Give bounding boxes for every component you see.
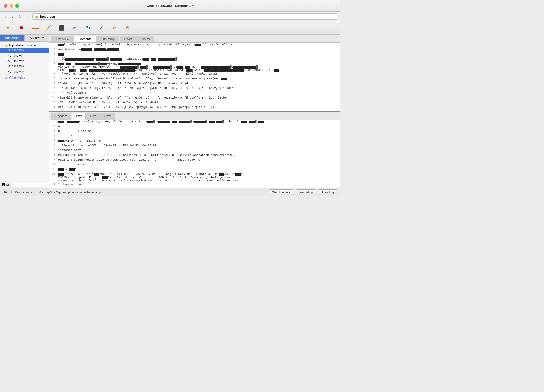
address-field[interactable]: 🔒 baidu.com <box>32 13 337 20</box>
tab-sequence[interactable]: Sequence <box>25 35 49 41</box>
table-row: 11«üGÊJãûï¸ë ±MÓPpO Eð3½¾¼1Y b"2 'Ö'* ''… <box>49 96 340 101</box>
arrow-down-icon: ↓ <box>5 54 7 57</box>
sidebar-item-unknown-5[interactable]: ↑ <unknown> <box>0 69 49 74</box>
sidebar-item-unknown-2[interactable]: ↓ <unknown> <box>0 53 49 58</box>
forward-button[interactable]: › <box>10 14 15 19</box>
table-row: 5████ ████ ████████████████▓3████+(≡)ÚÚ█… <box>49 62 340 72</box>
sidebar-item-baidu[interactable]: ▾ 🔒 https://www.baidu.com <box>0 43 49 48</box>
table-row: 20÷ <box>49 125 340 129</box>
table-row: 9 p6J¡Zãã°½ o~m ï û]V Êõ×°A ïK ·ö ·æ>2 o… <box>49 86 340 91</box>
table-row: 72207050516027 <box>49 148 340 153</box>
tab-notes[interactable]: Notes <box>137 36 154 42</box>
title-bar: Charles 4.6.3b2 - Session 1 * <box>0 0 340 12</box>
sidebar-item-label: https://www.baidu.com <box>9 44 38 47</box>
sidebar: Structure Sequence ▾ 🔒 https://www.baidu… <box>0 35 49 188</box>
chevron-right-icon: › <box>1 76 4 79</box>
close-button[interactable] <box>4 4 7 8</box>
sidebar-item-other-hosts[interactable]: › ⁂ Other Hosts <box>0 75 49 80</box>
address-text: baidu.com <box>40 14 56 18</box>
table-row: 5████0P1 0 U BE1 0 U <box>49 139 340 144</box>
lower-code-area[interactable]: 1████J ████████F cN[q>#gò¿Øø êey #ß }[\ … <box>49 120 340 188</box>
minimize-button[interactable] <box>10 4 13 8</box>
lock-icon: 🔒 <box>35 15 39 18</box>
table-row: 11████÷- ████0÷ <box>49 168 340 172</box>
arrow-down-icon: ↓ <box>5 59 7 63</box>
table-row: 6 Ã7O¥Ê «k ÆUA³ú' Äz ¤ø ^6ØêÂÀ ¾# # /^ µ… <box>49 72 340 77</box>
tab-structure[interactable]: Structure <box>0 35 25 41</box>
filter-bar: Filter: <box>0 181 49 188</box>
table-row: 4 * H ÷ <box>49 134 340 139</box>
content-area: Overview Contents Summary Chart Notes 1█… <box>49 35 340 188</box>
table-row: 3████ <box>49 52 340 57</box>
stop-icon[interactable]: ⬛ <box>57 24 65 32</box>
tab-overview[interactable]: Overview <box>51 36 74 42</box>
pen-icon[interactable]: ✏ <box>4 24 12 32</box>
sidebar-item-label: Other Hosts <box>9 76 26 80</box>
broom-icon[interactable]: 🧹 <box>44 24 52 32</box>
maximize-button[interactable] <box>15 4 19 8</box>
web-interface-button[interactable]: Web Interface <box>269 189 294 195</box>
table-row: 90Beijing Baidu Netcom Science Technolog… <box>49 158 340 163</box>
arrow-down-icon: ↓ <box>5 64 7 68</box>
upper-code-area[interactable]: 1████ü ^/Ï½ À¸g0·-c|êu¦ f ¤â¤Z«å êç% ÷<3… <box>49 43 340 111</box>
table-row: 6 GlobalSign nv-sa1&0$ U GlobalSign RSA … <box>49 144 340 148</box>
check-icon[interactable]: ✔ <box>97 24 105 32</box>
table-row: 1████ü ^/Ï½ À¸g0·-c|êu¦ f ¤â¤Z«å êç% ÷<3… <box>49 43 340 48</box>
sidebar-item-label: <unknown> <box>8 48 24 52</box>
sidebar-tabs: Structure Sequence <box>0 35 49 42</box>
other-hosts-icon: ⁂ <box>5 76 8 80</box>
table-row: 8230806051601Z0·§1 0 U CN1 0 U beijing1 … <box>49 153 340 158</box>
tab-contents[interactable]: Contents <box>74 36 96 42</box>
table-row: 7Ïo N X'-€¥B8Ü3üg álm,1Rú^4á¢4öêlCkè-b Ç… <box>49 77 340 82</box>
table-row: 1████J ████████F cN[q>#gò¿Øø êey #ß }[\ … <box>49 120 340 125</box>
arrow-up-icon: ↑ <box>5 70 7 73</box>
table-row: 30-ú D Î ï-iï!loh0 <box>49 129 340 134</box>
throttling-button[interactable]: Throttling <box>318 189 337 195</box>
lower-tab-headers[interactable]: Headers <box>51 113 71 120</box>
home-button[interactable]: ⌂ <box>25 14 30 19</box>
scissors-icon[interactable]: ✂ <box>110 24 118 32</box>
progress-icon[interactable]: ▬▬ <box>31 24 39 32</box>
address-bar: ‹ › ↻ ⌂ 🔒 baidu.com <box>0 12 340 21</box>
lower-tab-bar: Headers Text Hex Raw <box>49 112 340 120</box>
reload-button[interactable]: ↻ <box>18 14 23 19</box>
sidebar-item-label: <unknown> <box>8 64 24 68</box>
sidebar-item-unknown-4[interactable]: ↓ <unknown> <box>0 63 49 69</box>
lower-tab-raw[interactable]: Raw <box>100 113 115 120</box>
filter-input[interactable] <box>12 182 49 187</box>
status-url: GET http://api.m.taobao.com/rest/api3.do… <box>3 191 267 194</box>
lower-tab-hex[interactable]: Hex <box>86 113 100 120</box>
table-row: 10 Â «uÑ÷0GdaM]] <box>49 91 340 96</box>
sidebar-item-label: <unknown> <box>8 59 24 63</box>
table-row: 13*.chuanke.com- <box>49 182 340 187</box>
sidebar-item-label: <unknown> <box>8 54 24 57</box>
sidebar-item-unknown-3[interactable]: ↓ <unknown> <box>0 58 49 63</box>
table-row: 12████÷°/ÏA %® éô'À████ª9o *U} â€l-úÓÓ µ… <box>49 172 340 182</box>
upper-tab-bar: Overview Contents Summary Chart Notes <box>49 35 340 43</box>
status-bar: GET http://api.m.taobao.com/rest/api3.do… <box>0 188 340 196</box>
lower-panel: Headers Text Hex Raw 1████J ████████F cN… <box>49 112 340 188</box>
gear-icon[interactable]: ⚙ <box>124 24 132 32</box>
sidebar-content: ▾ 🔒 https://www.baidu.com ↑ <unknown> ↓ … <box>0 42 49 181</box>
sidebar-item-unknown-1[interactable]: ↑ <unknown> <box>0 48 49 53</box>
table-row: 8*¶«&ðl kè (Pê~ ã_²Ð _ $À4 È) ²±Î Ê'VC÷Ï… <box>49 82 340 86</box>
filter-label: Filter: <box>2 183 10 186</box>
table-row: 13@äf ¾ã ã ïMÏ³?/éÚ¶'ÂÊB ?^ÎX 'z-Ó\{( )&… <box>49 105 340 110</box>
table-row: 2www.baidu.com████████ ████████y████████ <box>49 48 340 52</box>
compose-icon[interactable]: ✏ <box>71 24 79 32</box>
back-button[interactable]: ‹ <box>3 14 8 19</box>
main-layout: Structure Sequence ▾ 🔒 https://www.baidu… <box>0 35 340 188</box>
upper-panel: Overview Contents Summary Chart Notes 1█… <box>49 35 340 112</box>
sidebar-item-label: <unknown> <box>8 70 24 73</box>
lower-tab-text[interactable]: Text <box>72 113 86 120</box>
traffic-lights <box>4 4 19 8</box>
refresh-icon[interactable]: ↻ <box>84 24 92 32</box>
table-row: 14*.trustgo.com- *.bce.baidu.com- *.evun… <box>49 187 340 188</box>
record-icon[interactable]: ⏺ <box>18 24 26 32</box>
arrow-up-icon: ↑ <box>5 48 7 52</box>
table-row: 4 ÚÚ████████████████████#████████▓ █████… <box>49 57 340 62</box>
recording-button[interactable]: Recording <box>296 189 316 195</box>
toolbar: ✏ ⏺ ▬▬ 🧹 ⬛ ✏ ↻ ✔ ✂ ⚙ <box>0 21 340 35</box>
tab-summary[interactable]: Summary <box>96 36 119 42</box>
tab-chart[interactable]: Chart <box>120 36 136 42</box>
